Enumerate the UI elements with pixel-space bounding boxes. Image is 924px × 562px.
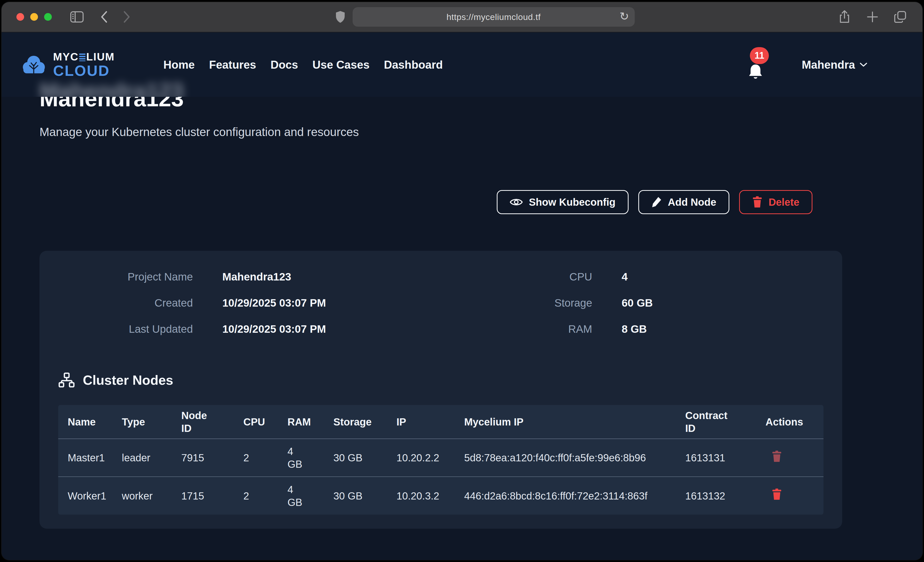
node-row-master1: Master1 leader 7915 2 4 GB 30 GB 10.20.2… (58, 439, 824, 477)
cell-node-id: 7915 (181, 439, 243, 477)
bell-icon (747, 64, 764, 82)
cell-actions (765, 477, 824, 515)
chevron-down-icon (860, 62, 867, 67)
trash-icon (772, 451, 782, 462)
col-storage: Storage (333, 405, 396, 439)
user-name: Mahendra (802, 58, 855, 71)
info-row-project-name: Project Name Mahendra123 (39, 270, 441, 284)
pencil-icon (651, 196, 662, 208)
page-content: Mahendra123 Manage your Kubernetes clust… (2, 97, 922, 560)
minimize-window-button[interactable] (30, 13, 38, 21)
nav-link-home[interactable]: Home (164, 58, 195, 71)
trash-icon (772, 489, 782, 500)
safari-window: https://myceliumcloud.tf ↻ (2, 2, 922, 560)
logo-cloud-icon (21, 54, 47, 76)
cell-mycelium-ip: 446:d2a6:8bcd:8c16:ff0f:72e2:3114:863f (464, 477, 685, 515)
cell-cpu: 2 (243, 439, 288, 477)
cluster-details-card: Project Name Mahendra123 Created 10/29/2… (39, 251, 842, 529)
cell-contract-id: 1613132 (685, 477, 765, 515)
col-node-id: Node ID (181, 405, 243, 439)
info-row-ram: RAM 8 GB (441, 323, 842, 336)
cell-ip: 10.20.2.2 (396, 439, 464, 477)
traffic-lights (16, 13, 52, 21)
cell-name: Worker1 (58, 477, 122, 515)
info-row-storage: Storage 60 GB (441, 296, 842, 310)
back-button[interactable] (100, 10, 108, 23)
notifications-button[interactable]: 11 (745, 43, 768, 87)
forward-button[interactable] (123, 10, 131, 23)
nodes-table: Name Type Node ID CPU RAM Storage IP Myc… (58, 405, 824, 515)
reload-icon[interactable]: ↻ (620, 11, 629, 22)
info-row-cpu: CPU 4 (441, 270, 842, 284)
cell-storage: 30 GB (333, 439, 396, 477)
url-text: https://myceliumcloud.tf (352, 12, 635, 22)
info-row-created: Created 10/29/2025 03:07 PM (39, 296, 441, 310)
web-page: Mahendra123 MYCLIUM CLOUD (2, 33, 922, 560)
cell-type: leader (122, 439, 181, 477)
cell-name: Master1 (58, 439, 122, 477)
nav-link-docs[interactable]: Docs (270, 58, 298, 71)
sidebar-toggle-icon[interactable] (70, 11, 84, 23)
col-actions: Actions (765, 405, 824, 439)
nav-link-use-cases[interactable]: Use Cases (312, 58, 369, 71)
add-node-button[interactable]: Add Node (638, 190, 729, 214)
cluster-info-grid: Project Name Mahendra123 Created 10/29/2… (39, 270, 842, 336)
site-navbar: Mahendra123 MYCLIUM CLOUD (2, 33, 922, 97)
new-tab-icon[interactable] (867, 11, 878, 23)
cell-type: worker (122, 477, 181, 515)
delete-node-button[interactable] (772, 451, 782, 462)
col-ram: RAM (288, 405, 333, 439)
delete-node-button[interactable] (772, 489, 782, 500)
browser-toolbar: https://myceliumcloud.tf ↻ (2, 2, 922, 32)
cell-ip: 10.20.3.2 (396, 477, 464, 515)
cluster-actions: Show Kubeconfig Add Node (39, 190, 842, 214)
nav-links: Home Features Docs Use Cases Dashboard (164, 58, 443, 71)
cell-node-id: 1715 (181, 477, 243, 515)
tab-overview-icon[interactable] (894, 10, 906, 23)
delete-cluster-button[interactable]: Delete (739, 190, 813, 214)
cluster-nodes-heading: Cluster Nodes (58, 372, 842, 388)
node-row-worker1: Worker1 worker 1715 2 4 GB 30 GB 10.20.3… (58, 477, 824, 515)
mycelium-cloud-logo[interactable]: MYCLIUM CLOUD (21, 51, 115, 78)
cell-mycelium-ip: 5d8:78ea:a120:f40c:ff0f:a5fe:99e6:8b96 (464, 439, 685, 477)
close-window-button[interactable] (16, 13, 24, 21)
show-kubeconfig-button[interactable]: Show Kubeconfig (497, 190, 628, 214)
logo-stylized-e (79, 54, 86, 61)
nav-link-features[interactable]: Features (209, 58, 256, 71)
privacy-shield-icon[interactable] (335, 10, 345, 23)
logo-word-mycelium: MYCLIUM (53, 51, 115, 62)
cell-cpu: 2 (243, 477, 288, 515)
cell-ram: 4 GB (288, 439, 333, 477)
col-name: Name (58, 405, 122, 439)
col-mycelium-ip: Mycelium IP (464, 405, 685, 439)
user-menu[interactable]: Mahendra (802, 58, 867, 71)
cell-ram: 4 GB (288, 477, 333, 515)
page-subtitle: Manage your Kubernetes cluster configura… (39, 125, 842, 139)
logo-word-cloud: CLOUD (53, 63, 115, 78)
zoom-window-button[interactable] (44, 13, 52, 21)
trash-icon (752, 196, 762, 208)
col-ip: IP (396, 405, 464, 439)
table-header-row: Name Type Node ID CPU RAM Storage IP Myc… (58, 405, 824, 439)
nav-link-dashboard[interactable]: Dashboard (384, 58, 443, 71)
col-contract-id: Contract ID (685, 405, 765, 439)
col-type: Type (122, 405, 181, 439)
address-bar[interactable]: https://myceliumcloud.tf ↻ (352, 7, 635, 27)
cluster-nodes-icon (58, 372, 75, 388)
share-icon[interactable] (839, 10, 850, 24)
info-row-last-updated: Last Updated 10/29/2025 03:07 PM (39, 323, 441, 336)
eye-icon (510, 197, 523, 207)
notification-badge: 11 (750, 47, 769, 64)
col-cpu: CPU (243, 405, 288, 439)
cell-actions (765, 439, 824, 477)
cell-contract-id: 1613131 (685, 439, 765, 477)
cell-storage: 30 GB (333, 477, 396, 515)
